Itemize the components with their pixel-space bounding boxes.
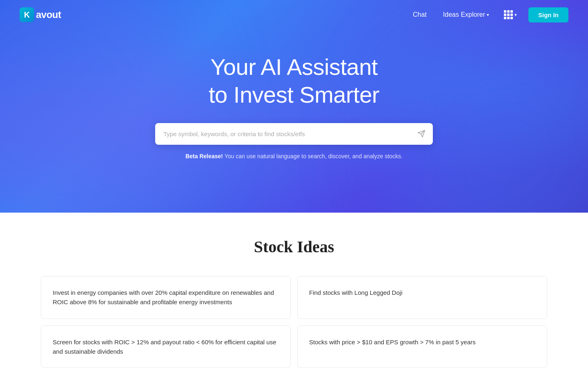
beta-rest: You can use natural language to search, … — [223, 153, 403, 159]
stock-idea-card-text: Invest in energy companies with over 20%… — [53, 288, 279, 307]
hero-section: Your AI Assistant to Invest Smarter Beta… — [0, 0, 588, 213]
sign-in-button[interactable]: Sign In — [528, 7, 568, 22]
header: K avout Chat Ideas Explorer ▾ ▾ Sign In — [0, 0, 588, 29]
grid-dots-icon — [504, 10, 513, 19]
logo-name: avout — [36, 9, 61, 20]
cards-grid: Invest in energy companies with over 20%… — [41, 276, 547, 368]
grid-chevron-icon: ▾ — [514, 12, 517, 18]
stock-idea-card[interactable]: Find stocks with Long Legged Doji — [297, 276, 547, 319]
nav-ideas-explorer[interactable]: Ideas Explorer ▾ — [437, 8, 496, 22]
stock-idea-card[interactable]: Screen for stocks with ROIC > 12% and pa… — [41, 325, 291, 368]
stock-idea-card[interactable]: Invest in energy companies with over 20%… — [41, 276, 291, 319]
stock-ideas-title: Stock Ideas — [41, 237, 547, 256]
stock-idea-card-text: Screen for stocks with ROIC > 12% and pa… — [53, 337, 279, 357]
hero-content: Your AI Assistant to Invest Smarter Beta… — [0, 53, 588, 159]
chevron-down-icon: ▾ — [487, 12, 489, 18]
stock-ideas-section: Stock Ideas Invest in energy companies w… — [0, 213, 588, 368]
nav-chat[interactable]: Chat — [406, 8, 433, 22]
nav-apps-grid[interactable]: ▾ — [499, 7, 522, 22]
send-icon — [417, 130, 425, 138]
stock-idea-card-text: Find stocks with Long Legged Doji — [309, 288, 535, 297]
beta-notice: Beta Release! You can use natural langua… — [0, 153, 588, 159]
logo[interactable]: K avout — [20, 7, 61, 22]
logo-icon: K — [20, 7, 34, 22]
search-input[interactable] — [155, 123, 433, 145]
beta-bold: Beta Release! — [185, 153, 223, 159]
search-container — [155, 123, 433, 145]
search-submit-button[interactable] — [416, 128, 427, 139]
hero-title-line2: to Invest Smarter — [0, 81, 588, 108]
stock-idea-card[interactable]: Stocks with price > $10 and EPS growth >… — [297, 325, 547, 368]
nav-ideas-explorer-label: Ideas Explorer — [443, 11, 485, 18]
stock-idea-card-text: Stocks with price > $10 and EPS growth >… — [309, 337, 535, 347]
hero-title-line1: Your AI Assistant — [0, 53, 588, 81]
main-nav: Chat Ideas Explorer ▾ ▾ Sign In — [406, 7, 568, 22]
